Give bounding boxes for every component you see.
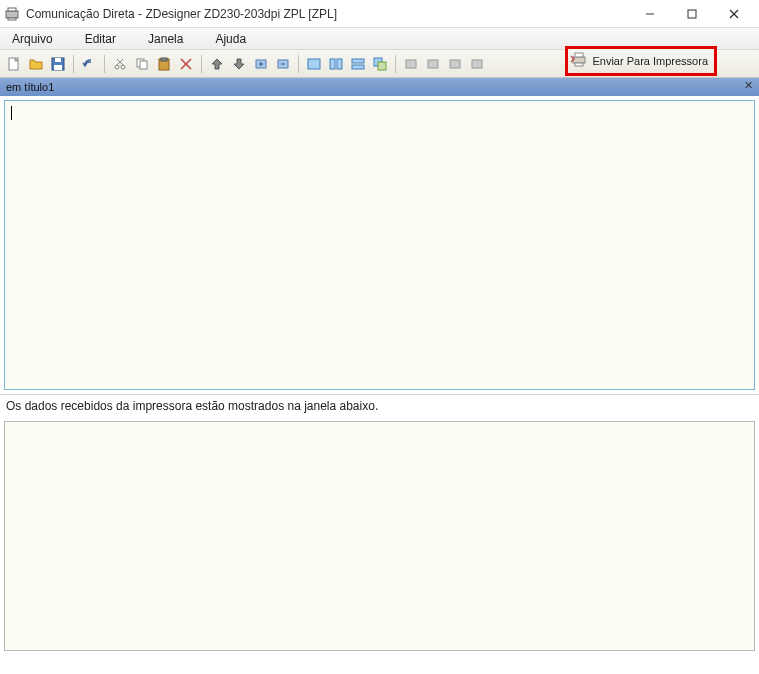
toolbar-separator: [104, 55, 105, 73]
svg-rect-33: [406, 60, 416, 68]
toolbar-separator: [201, 55, 202, 73]
svg-rect-34: [428, 60, 438, 68]
send-to-printer-button[interactable]: Enviar Para Impressora: [565, 46, 717, 76]
window-title: Comunicação Direta - ZDesigner ZD230-203…: [26, 7, 629, 21]
document-tab-strip: em título1 ✕: [0, 78, 759, 96]
cut-icon[interactable]: [110, 54, 130, 74]
paste-icon[interactable]: [154, 54, 174, 74]
send-to-printer-label: Enviar Para Impressora: [592, 55, 708, 67]
output-area[interactable]: [4, 421, 755, 651]
download-icon[interactable]: [229, 54, 249, 74]
svg-rect-36: [472, 60, 482, 68]
menu-ajuda[interactable]: Ajuda: [211, 30, 250, 48]
svg-point-12: [121, 65, 125, 69]
toolbar-separator: [73, 55, 74, 73]
disabled-tool-1-icon: [401, 54, 421, 74]
svg-rect-35: [450, 60, 460, 68]
disabled-tool-2-icon: [423, 54, 443, 74]
delete-icon[interactable]: [176, 54, 196, 74]
title-bar: Comunicação Direta - ZDesigner ZD230-203…: [0, 0, 759, 28]
maximize-button[interactable]: [671, 1, 713, 27]
svg-point-11: [115, 65, 119, 69]
printer-send-icon: [570, 50, 588, 72]
tab-close-icon[interactable]: ✕: [744, 79, 753, 92]
copy-icon[interactable]: [132, 54, 152, 74]
svg-rect-1: [8, 8, 16, 11]
svg-rect-28: [337, 59, 342, 69]
app-icon: [4, 6, 20, 22]
menu-janela[interactable]: Janela: [144, 30, 187, 48]
save-icon[interactable]: [48, 54, 68, 74]
menu-arquivo[interactable]: Arquivo: [8, 30, 57, 48]
toolbar-separator: [298, 55, 299, 73]
svg-rect-4: [688, 10, 696, 18]
svg-rect-2: [8, 18, 16, 20]
toolbar: Enviar Para Impressora: [0, 50, 759, 78]
printer-tool-icon[interactable]: [207, 54, 227, 74]
code-editor-input[interactable]: [5, 101, 754, 389]
open-file-icon[interactable]: [26, 54, 46, 74]
svg-rect-9: [55, 58, 61, 62]
disabled-tool-3-icon: [445, 54, 465, 74]
document-tab-label[interactable]: em título1: [6, 81, 54, 93]
window-single-icon[interactable]: [304, 54, 324, 74]
toolbar-separator: [395, 55, 396, 73]
output-info-label: Os dados recebidos da impressora estão m…: [0, 394, 759, 417]
minimize-button[interactable]: [629, 1, 671, 27]
svg-rect-10: [54, 65, 62, 70]
svg-rect-0: [6, 11, 18, 18]
text-cursor: [11, 106, 12, 120]
menu-editar[interactable]: Editar: [81, 30, 120, 48]
editor-area[interactable]: [4, 100, 755, 390]
svg-rect-32: [378, 62, 386, 70]
svg-rect-37: [573, 57, 585, 63]
undo-icon[interactable]: [79, 54, 99, 74]
window-controls: [629, 1, 755, 27]
window-split-h-icon[interactable]: [326, 54, 346, 74]
window-split-v-icon[interactable]: [348, 54, 368, 74]
svg-rect-16: [140, 61, 147, 69]
device-add-icon[interactable]: [251, 54, 271, 74]
close-button[interactable]: [713, 1, 755, 27]
svg-rect-27: [330, 59, 335, 69]
svg-rect-26: [308, 59, 320, 69]
svg-rect-30: [352, 65, 364, 69]
svg-rect-38: [575, 53, 583, 57]
svg-rect-29: [352, 59, 364, 63]
new-file-icon[interactable]: [4, 54, 24, 74]
window-cascade-icon[interactable]: [370, 54, 390, 74]
svg-rect-18: [161, 58, 167, 61]
disabled-tool-4-icon: [467, 54, 487, 74]
svg-rect-39: [575, 63, 583, 66]
device-remove-icon[interactable]: [273, 54, 293, 74]
